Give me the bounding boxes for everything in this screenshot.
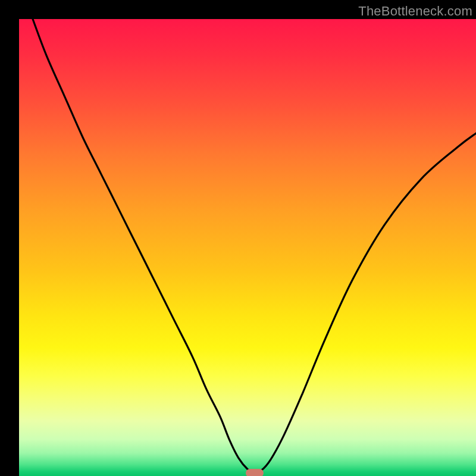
curve-path xyxy=(33,19,476,473)
bottleneck-curve xyxy=(19,19,476,476)
plot-area xyxy=(19,19,476,476)
watermark-text: TheBottleneck.com xyxy=(358,4,472,19)
chart-stage: TheBottleneck.com xyxy=(0,0,476,476)
minimum-marker xyxy=(246,469,264,476)
